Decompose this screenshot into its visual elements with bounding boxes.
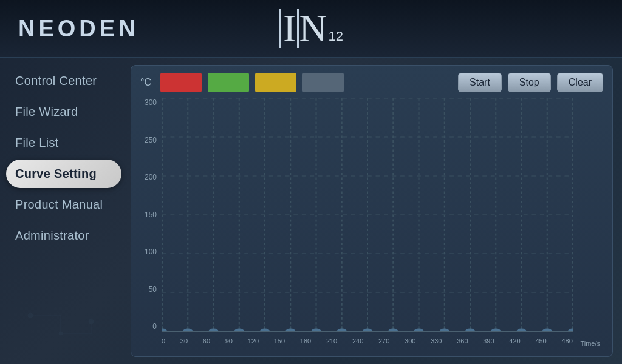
stop-button[interactable]: Stop xyxy=(508,73,551,92)
svg-point-60 xyxy=(183,328,193,331)
x-label-60: 60 xyxy=(203,337,210,345)
svg-point-59 xyxy=(162,328,167,331)
sidebar: Control Center File Wizard File List Cur… xyxy=(0,58,128,364)
sidebar-item-product-manual[interactable]: Product Manual xyxy=(6,190,121,219)
y-label-250: 250 xyxy=(140,136,159,144)
svg-point-65 xyxy=(311,328,321,331)
logo: I N 12 xyxy=(279,9,343,48)
swatch-yellow[interactable] xyxy=(255,73,296,92)
svg-point-74 xyxy=(542,328,552,331)
svg-point-69 xyxy=(414,328,423,331)
header: NEODEN I N 12 xyxy=(0,0,622,58)
grid xyxy=(162,98,573,332)
sidebar-item-file-list[interactable]: File List xyxy=(6,129,121,157)
svg-point-71 xyxy=(465,328,475,331)
start-button[interactable]: Start xyxy=(458,73,502,92)
unit-label: °C xyxy=(140,77,151,88)
x-label-390: 390 xyxy=(483,337,494,345)
svg-point-61 xyxy=(208,328,218,331)
svg-point-68 xyxy=(388,328,398,331)
svg-point-67 xyxy=(363,328,372,331)
svg-point-62 xyxy=(234,328,244,331)
x-label-150: 150 xyxy=(274,337,285,345)
y-label-0: 0 xyxy=(140,322,159,331)
y-axis-labels: 0 50 100 150 200 250 300 xyxy=(140,98,159,332)
svg-point-63 xyxy=(260,328,270,331)
y-label-50: 50 xyxy=(140,285,159,294)
swatch-green[interactable] xyxy=(208,73,249,92)
x-label-300: 300 xyxy=(405,337,415,345)
sidebar-item-file-wizard[interactable]: File Wizard xyxy=(6,98,121,126)
x-label-240: 240 xyxy=(352,337,363,345)
sidebar-item-administrator[interactable]: Administrator xyxy=(6,221,121,250)
y-label-150: 150 xyxy=(140,211,159,219)
logo-n: N xyxy=(299,9,327,48)
sidebar-item-control-center[interactable]: Control Center xyxy=(6,67,121,95)
x-unit-label: Time/s xyxy=(580,340,600,347)
svg-point-73 xyxy=(516,328,526,331)
logo-sub: 12 xyxy=(329,29,343,44)
swatch-red[interactable] xyxy=(160,73,202,92)
x-label-180: 180 xyxy=(300,337,311,345)
main-content: Control Center File Wizard File List Cur… xyxy=(0,58,622,364)
toolbar: °C Start Stop Clear xyxy=(140,73,603,92)
sidebar-item-curve-setting[interactable]: Curve Setting xyxy=(6,160,121,188)
chart-panel: °C Start Stop Clear 0 50 100 150 200 250… xyxy=(131,65,613,357)
brand-name: NEODEN xyxy=(18,16,139,42)
y-label-100: 100 xyxy=(140,248,159,256)
x-label-450: 450 xyxy=(535,337,546,345)
x-label-270: 270 xyxy=(378,337,389,345)
chart-area: 0 50 100 150 200 250 300 xyxy=(140,98,603,347)
y-label-300: 300 xyxy=(140,98,159,107)
svg-point-72 xyxy=(491,328,501,331)
swatch-gray[interactable] xyxy=(302,73,344,92)
x-label-330: 330 xyxy=(431,337,442,345)
svg-point-70 xyxy=(440,328,449,331)
x-label-0: 0 xyxy=(162,337,165,345)
x-label-420: 420 xyxy=(509,337,520,345)
x-label-90: 90 xyxy=(225,337,233,345)
x-label-30: 30 xyxy=(180,337,188,345)
y-label-200: 200 xyxy=(140,173,159,181)
svg-point-66 xyxy=(337,328,347,331)
svg-point-75 xyxy=(568,328,573,331)
x-axis-labels: 0 30 60 90 120 150 180 210 240 270 300 3… xyxy=(162,335,573,347)
x-label-120: 120 xyxy=(248,337,259,345)
svg-point-64 xyxy=(285,328,295,331)
x-label-480: 480 xyxy=(561,337,572,345)
logo-i: I xyxy=(279,9,299,48)
x-label-210: 210 xyxy=(326,337,337,345)
x-label-360: 360 xyxy=(457,337,468,345)
clear-button[interactable]: Clear xyxy=(557,73,603,92)
